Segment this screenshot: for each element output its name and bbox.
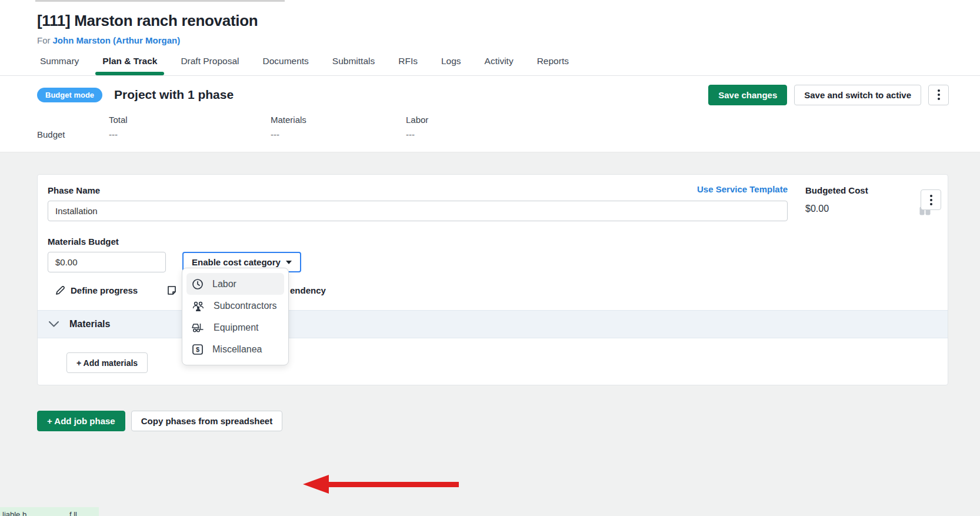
budget-col-labor: Labor (406, 115, 980, 125)
toast-text-fragment-right: f ll (69, 510, 77, 516)
obscured-link-suffix[interactable]: endency (290, 285, 326, 295)
phase-name-input[interactable] (48, 201, 788, 221)
menu-item-label: Labor (212, 279, 236, 289)
budgeted-cost-label: Budgeted Cost (805, 184, 868, 197)
menu-item-label: Subcontractors (214, 301, 277, 311)
kebab-icon (938, 89, 940, 100)
budget-row-label: Budget (37, 129, 109, 139)
materials-section-header[interactable]: Materials (38, 310, 948, 338)
phase-name-label: Phase Name (48, 184, 100, 197)
add-materials-button[interactable]: + Add materials (66, 352, 148, 373)
materials-budget-input[interactable] (48, 252, 166, 272)
pencil-icon (55, 285, 65, 295)
budgeted-cost-block: Budgeted Cost $0.00 (805, 184, 868, 214)
menu-item-equipment[interactable]: Equipment (186, 317, 284, 338)
budget-summary: Total Materials Labor Budget --- --- --- (37, 115, 980, 139)
budget-col-materials: Materials (271, 115, 406, 125)
toast-text-fragment-left: liable b (2, 510, 26, 516)
page-subtitle: ForJohn Marston (Arthur Morgan) (37, 35, 980, 45)
forklift-icon (192, 322, 205, 334)
tab-summary[interactable]: Summary (40, 55, 79, 74)
svg-text:$: $ (196, 346, 199, 353)
define-progress-label: Define progress (71, 285, 138, 295)
save-changes-button[interactable]: Save changes (708, 85, 787, 105)
materials-budget-field-wrap (48, 252, 166, 272)
tab-reports[interactable]: Reports (537, 55, 569, 74)
tab-documents[interactable]: Documents (262, 55, 308, 74)
materials-budget-label: Materials Budget (48, 235, 938, 248)
menu-item-label: Miscellanea (212, 344, 262, 355)
tab-activity[interactable]: Activity (485, 55, 514, 74)
clipped-toast: liable b f ll (0, 507, 99, 516)
phase-links-row: Define progress A endency (48, 285, 938, 298)
materials-section-label: Materials (69, 319, 110, 329)
budget-mode-badge: Budget mode (37, 88, 102, 102)
subtitle-prefix: For (37, 35, 51, 45)
add-job-phase-button[interactable]: + Add job phase (37, 411, 125, 431)
work-area: Phase Name Use Service Template Budgeted… (0, 152, 980, 516)
tab-submittals[interactable]: Submittals (332, 55, 375, 74)
section-header: Budget mode Project with 1 phase Save ch… (37, 84, 949, 105)
cost-category-menu: Labor Subcontractors (182, 268, 289, 365)
budget-col-total: Total (109, 115, 271, 125)
use-service-template-link[interactable]: Use Service Template (697, 184, 788, 194)
tab-plan-and-track[interactable]: Plan & Track (102, 55, 157, 74)
phase-name-field-wrap (48, 201, 938, 221)
define-progress-link[interactable]: Define progress (55, 285, 138, 295)
top-edge-strip (35, 0, 285, 2)
menu-item-label: Equipment (214, 322, 259, 333)
page-header: [111] Marston ranch renovation ForJohn M… (0, 0, 980, 45)
budget-labor-value: --- (406, 129, 980, 139)
menu-item-labor[interactable]: Labor (186, 273, 284, 295)
menu-item-subcontractors[interactable]: Subcontractors (186, 295, 284, 317)
section-title: Project with 1 phase (114, 88, 234, 102)
chevron-down-icon (286, 261, 292, 264)
phase-footer-actions: + Add job phase Copy phases from spreads… (37, 411, 980, 431)
kebab-icon (930, 195, 932, 205)
header-actions: Save changes Save and switch to active (708, 85, 949, 105)
arrow-shaft (328, 482, 459, 487)
obscured-link-suffix-text: endency (290, 285, 326, 295)
clock-icon (192, 278, 204, 290)
people-icon (192, 300, 205, 312)
dollar-square-icon: $ (192, 344, 204, 355)
tab-logs[interactable]: Logs (441, 55, 461, 74)
save-and-switch-button[interactable]: Save and switch to active (794, 85, 921, 105)
phase-kebab-button[interactable] (921, 189, 941, 210)
budget-materials-value: --- (271, 129, 406, 139)
arrow-head (303, 475, 329, 494)
menu-item-miscellanea[interactable]: $ Miscellanea (186, 338, 284, 360)
chevron-down-icon (49, 321, 59, 327)
note-icon (167, 285, 176, 295)
budget-total-value: --- (109, 129, 271, 139)
enable-cost-category-label: Enable cost category (192, 257, 281, 267)
tab-bar: Summary Plan & Track Draft Proposal Docu… (0, 55, 980, 76)
page-title: [111] Marston ranch renovation (37, 12, 980, 30)
tab-rfis[interactable]: RFIs (398, 55, 418, 74)
copy-phases-button[interactable]: Copy phases from spreadsheet (131, 411, 282, 431)
toolbar-kebab-button[interactable] (928, 85, 949, 105)
budgeted-cost-value: $0.00 (805, 204, 868, 214)
customer-link[interactable]: John Marston (Arthur Morgan) (53, 35, 181, 45)
phase-card: Phase Name Use Service Template Budgeted… (37, 174, 948, 385)
tab-draft-proposal[interactable]: Draft Proposal (181, 55, 239, 74)
